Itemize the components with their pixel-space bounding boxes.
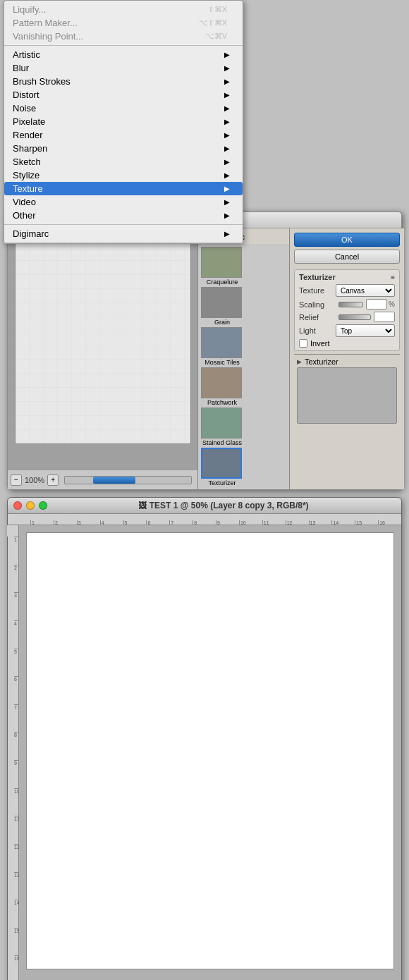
mosaic-tiles-thumb[interactable]: Mosaic Tiles: [201, 327, 243, 366]
ruler-mark-left: 9: [14, 760, 18, 788]
test-window: 🖼 TEST 1 @ 50% (Layer 8 copy 3, RGB/8*) …: [7, 497, 402, 980]
preview-canvas: [15, 233, 191, 444]
video-menu-item[interactable]: Video ▶: [4, 195, 243, 209]
zoom-out-button[interactable]: −: [11, 474, 22, 486]
grain-thumb-img: [201, 287, 242, 318]
filter-controls-menu-icon[interactable]: ≡: [391, 274, 395, 281]
greyed-menu-section: Liquify... ⇧⌘X Pattern Maker... ⌥⇧⌘X Van…: [4, 1, 243, 46]
sketch-menu-item[interactable]: Sketch ▶: [4, 155, 243, 169]
scaling-value-input[interactable]: 80: [366, 299, 387, 310]
texture-select[interactable]: Canvas Brick Burlap Sandstone: [336, 284, 395, 297]
ruler-mark: 15: [355, 520, 378, 525]
dialog-body: − 100% + ▶: [8, 228, 401, 489]
liquify-menu-item[interactable]: Liquify... ⇧⌘X: [4, 3, 243, 16]
test-titlebar: 🖼 TEST 1 @ 50% (Layer 8 copy 3, RGB/8*): [8, 498, 401, 514]
craquelure-thumb[interactable]: Craquelure: [201, 247, 243, 286]
distort-menu-item[interactable]: Distort ▶: [4, 88, 243, 102]
texturizer-dialog: Texturizer (100%) − 100% +: [7, 212, 402, 490]
dialog-preview-panel: − 100% +: [8, 228, 198, 489]
sharpen-menu-item[interactable]: Sharpen ▶: [4, 142, 243, 155]
ruler-mark: 5: [123, 520, 147, 525]
invert-checkbox-row: Invert: [299, 339, 395, 348]
ruler-mark-left: 6: [14, 676, 18, 704]
noise-menu-item[interactable]: Noise ▶: [4, 102, 243, 115]
ruler-mark-left: 14: [14, 900, 18, 928]
pixelate-menu-item[interactable]: Pixelate ▶: [4, 115, 243, 128]
preview-bottom-bar: − 100% +: [8, 470, 197, 489]
filter-items-section: Artistic ▶ Blur ▶ Brush Strokes ▶ Distor…: [4, 46, 243, 225]
dialog-filters-panel: ▶ Artistic ▶ Brush Strokes: [198, 228, 290, 489]
ruler-mark-left: 8: [14, 732, 18, 760]
ruler-mark-left: 4: [14, 620, 18, 649]
texturizer-panel-preview: [297, 367, 397, 424]
document-canvas[interactable]: [26, 532, 394, 969]
ruler-mark-left: 3: [14, 592, 18, 620]
ruler-mark-left: 11: [14, 816, 18, 844]
ruler-mark-left: 16: [14, 955, 18, 980]
light-select[interactable]: Top Top Left Top Right Bottom Bottom Lef…: [336, 324, 395, 337]
ok-button[interactable]: OK: [294, 233, 400, 247]
craquelure-thumb-img: [201, 247, 242, 278]
texture-thumbnails: Craquelure Grain Mosaic Tiles Patch: [198, 244, 289, 489]
maximize-button[interactable]: [39, 501, 47, 510]
ruler-mark: 1: [30, 520, 54, 525]
brush-strokes-menu-item[interactable]: Brush Strokes ▶: [4, 75, 243, 88]
ruler-mark-left: 1: [14, 537, 18, 565]
grain-thumb[interactable]: Grain: [201, 287, 243, 326]
filter-menu: Liquify... ⇧⌘X Pattern Maker... ⌥⇧⌘X Van…: [4, 0, 243, 244]
invert-checkbox[interactable]: [299, 339, 307, 348]
ruler-mark: 6: [146, 520, 169, 525]
ruler-mark: 9: [216, 520, 239, 525]
render-menu-item[interactable]: Render ▶: [4, 128, 243, 142]
vanishing-point-menu-item[interactable]: Vanishing Point... ⌥⌘V: [4, 30, 243, 43]
preview-scrollbar[interactable]: [64, 476, 192, 484]
ruler-mark: 11: [262, 520, 286, 525]
patchwork-thumb[interactable]: Patchwork: [201, 367, 243, 406]
ruler-mark: 8: [193, 520, 216, 525]
relief-slider[interactable]: [338, 314, 371, 320]
relief-value-input[interactable]: 2: [374, 312, 395, 322]
stained-glass-thumb[interactable]: Stained Glass: [201, 408, 243, 446]
scaling-slider[interactable]: [338, 302, 363, 307]
digimarc-section: Digimarc ▶: [4, 225, 243, 243]
ruler-mark-left: 5: [14, 649, 18, 677]
panel-triangle-icon: ▶: [297, 358, 302, 365]
left-ruler: 1 2 3 4 5 6 7 8 9 10 11 12 13 14: [8, 525, 19, 980]
main-content: Texturizer (100%) − 100% +: [4, 212, 405, 980]
blur-menu-item[interactable]: Blur ▶: [4, 61, 243, 75]
other-menu-item[interactable]: Other ▶: [4, 209, 243, 222]
patchwork-thumb-img: [201, 367, 242, 398]
relief-control-row: Relief 2: [299, 312, 395, 322]
ruler-mark-left: 2: [14, 565, 18, 593]
ruler-mark-left: 10: [14, 788, 18, 816]
ruler-mark: 2: [54, 520, 77, 525]
cancel-button[interactable]: Cancel: [294, 250, 400, 264]
pattern-maker-menu-item[interactable]: Pattern Maker... ⌥⇧⌘X: [4, 16, 243, 30]
ruler-mark: 12: [286, 520, 309, 525]
window-title: 🖼 TEST 1 @ 50% (Layer 8 copy 3, RGB/8*): [51, 501, 396, 510]
minimize-button[interactable]: [26, 501, 35, 510]
artistic-menu-item[interactable]: Artistic ▶: [4, 48, 243, 61]
zoom-in-button[interactable]: +: [47, 474, 59, 486]
ruler-mark: 16: [378, 520, 401, 525]
ruler-marks-top: 1 2 3 4 5 6 7 8 9 10 11 12 13 14 15 16: [30, 520, 401, 525]
ruler-mark: 13: [309, 520, 332, 525]
light-control-row: Light Top Top Left Top Right Bottom Bott…: [299, 324, 395, 337]
ruler-mark: 7: [169, 520, 193, 525]
scrollbar-thumb: [93, 477, 135, 484]
stained-glass-thumb-img: [201, 408, 242, 439]
close-button[interactable]: [13, 501, 22, 510]
ruler-mark: 10: [239, 520, 262, 525]
texturizer-sub-panel: ▶ Texturizer: [294, 354, 400, 427]
ruler-mark: 14: [331, 520, 355, 525]
ruler-mark-left: 15: [14, 928, 18, 956]
texture-menu-item[interactable]: Texture ▶: [4, 182, 243, 195]
ruler-mark-left: 12: [14, 844, 18, 872]
stylize-menu-item[interactable]: Stylize ▶: [4, 169, 243, 182]
page-wrapper: Liquify... ⇧⌘X Pattern Maker... ⌥⇧⌘X Van…: [0, 0, 409, 980]
dropdown-menu: Liquify... ⇧⌘X Pattern Maker... ⌥⇧⌘X Van…: [4, 0, 243, 244]
texturizer-thumb[interactable]: Texturizer: [201, 448, 243, 486]
digimarc-menu-item[interactable]: Digimarc ▶: [4, 227, 243, 240]
test-content-area: 1 2 3 4 5 6 7 8 9 10 11 12 13 14: [8, 525, 401, 980]
dialog-controls-panel: OK Cancel Texturizer ≡ Texture Canvas: [290, 228, 404, 489]
